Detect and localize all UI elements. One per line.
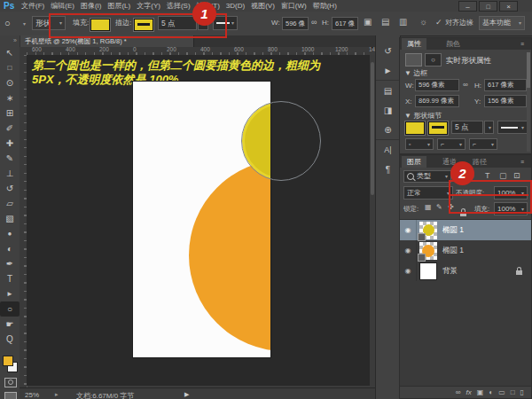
healing-brush-tool[interactable]: ✚ [0, 136, 20, 151]
blur-tool[interactable]: ● [0, 226, 20, 241]
tab-layers[interactable]: 图层 [402, 156, 426, 168]
gradient-tool[interactable]: ▧ [0, 211, 20, 226]
add-layer-mask-icon[interactable]: ▣ [477, 389, 484, 396]
prop-stroke-swatch[interactable] [428, 121, 448, 135]
path-selection-tool[interactable]: ► [0, 286, 20, 301]
collapse-toolbar-icon[interactable]: » [0, 35, 20, 43]
adjustments-panel-button[interactable]: ⊕ [376, 120, 400, 139]
prop-h-field[interactable]: 617 像素 [484, 79, 527, 91]
clone-stamp-tool[interactable]: ⊥ [0, 166, 20, 181]
zoom-tool[interactable]: Q [0, 332, 20, 347]
layer-name[interactable]: 椭圆 1 [442, 246, 464, 256]
lock-transparent-icon[interactable]: ▦ [425, 204, 432, 211]
quick-selection-tool[interactable]: ∗ [0, 90, 20, 106]
align-edges-label[interactable]: 对齐边缘 [445, 20, 473, 27]
panel-menu-icon[interactable]: ≡ [520, 41, 524, 47]
layer-name[interactable]: 椭圆 1 [442, 225, 464, 236]
maximize-button[interactable]: □ [479, 1, 497, 12]
menu-view[interactable]: 视图(V) [251, 3, 275, 10]
brush-tool[interactable]: ✎ [0, 151, 20, 166]
prop-stroke-width-dropdown[interactable]: ▾ [484, 121, 494, 134]
menu-3d[interactable]: 3D(D) [226, 3, 245, 10]
hand-tool[interactable]: ☛ [0, 317, 20, 332]
menu-type[interactable]: 文字(Y) [137, 3, 160, 10]
foreground-color-swatch[interactable] [3, 356, 13, 366]
properties-scrollbar[interactable] [527, 52, 530, 152]
link-layers-icon[interactable]: ∞ [456, 389, 461, 396]
prop-w-field[interactable]: 596 像素 [415, 79, 459, 91]
layer-row-ellipse1-copy[interactable]: ◉ 椭圆 1 [400, 220, 531, 240]
path-alignment-icon[interactable]: ▤ [381, 18, 389, 27]
prop-link-icon[interactable]: ∞ [463, 82, 468, 89]
layer-thumbnail[interactable] [419, 242, 437, 260]
layer-thumbnail[interactable] [419, 222, 437, 239]
move-tool[interactable]: ↖ [0, 45, 20, 60]
menu-edit[interactable]: 编辑(E) [51, 3, 74, 10]
layer-name[interactable]: 背景 [442, 266, 458, 277]
prop-y-field[interactable]: 156 像素 [484, 95, 527, 107]
layer-thumbnail[interactable] [419, 262, 437, 280]
actions-panel-button[interactable]: ► [376, 60, 400, 80]
screen-mode-icon[interactable] [4, 392, 17, 399]
tool-preset-button[interactable]: ○ ▾ [4, 16, 26, 30]
smart-filter-icon[interactable]: ⊡ [513, 172, 520, 180]
type-filter-icon[interactable]: T [485, 172, 490, 180]
section-shape-details-header[interactable]: ▼ 形状细节 [404, 111, 442, 121]
status-play-icon[interactable]: ▶ [184, 391, 189, 398]
visibility-eye-icon[interactable]: ◉ [400, 268, 416, 275]
scrollbar-thumb[interactable] [371, 62, 374, 195]
paragraph-panel-button[interactable]: ¶ [376, 160, 400, 179]
quick-mask-icon[interactable] [4, 378, 17, 387]
layer-row-background[interactable]: ◉ 背景 [400, 261, 531, 281]
workspace-switcher[interactable]: 基本功能▾ [479, 16, 525, 30]
zoom-level[interactable]: 25% [25, 391, 39, 399]
layer-filter-select[interactable]: 类型▾ [403, 170, 451, 183]
layer-style-icon[interactable]: fx [466, 389, 472, 396]
menu-file[interactable]: 文件(F) [21, 3, 44, 10]
minimize-button[interactable]: – [458, 1, 477, 12]
ellipse-tool[interactable]: ○ [0, 301, 20, 317]
history-brush-tool[interactable]: ↺ [0, 181, 20, 196]
menu-image[interactable]: 图像(I) [81, 3, 102, 10]
crop-tool[interactable]: ⊞ [0, 106, 20, 121]
shape-filter-icon[interactable]: ▢ [499, 172, 507, 180]
close-button[interactable]: × [499, 1, 518, 12]
visibility-eye-icon[interactable]: ◉ [400, 227, 416, 234]
eyedropper-tool[interactable]: ✐ [0, 121, 20, 136]
panel-menu-icon[interactable]: ≡ [520, 159, 524, 165]
tab-properties[interactable]: 属性 [402, 38, 426, 50]
character-panel-button[interactable]: A| [376, 139, 400, 160]
menu-layer[interactable]: 图层(L) [107, 3, 130, 10]
width-field[interactable]: 596 像 [282, 17, 309, 30]
delete-layer-icon[interactable]: ▯ [520, 389, 524, 396]
section-bounds-header[interactable]: ▼ 边框 [404, 68, 427, 78]
height-field[interactable]: 617 像 [332, 17, 358, 30]
blend-mode-select[interactable]: 正常▾ [403, 186, 453, 200]
stroke-corner-dropdown[interactable]: ⌐▾ [469, 138, 497, 150]
type-tool[interactable]: T [0, 271, 20, 286]
path-arrangement-icon[interactable]: ▥ [399, 18, 407, 27]
eraser-tool[interactable]: ▱ [0, 196, 20, 211]
layer-row-ellipse1[interactable]: ◉ 椭圆 1 [400, 240, 531, 261]
stroke-align-dropdown[interactable]: ▫▾ [405, 138, 434, 150]
tab-color[interactable]: 颜色 [441, 38, 466, 50]
clone-source-panel-button[interactable]: ◨ [376, 100, 400, 120]
prop-x-field[interactable]: 869.99 像素 [415, 95, 459, 107]
lasso-tool[interactable]: ⊙ [0, 75, 20, 90]
orange-circle-shape[interactable] [189, 160, 270, 351]
canvas-pasteboard[interactable]: 第二个圆也是一样的，但第二个圆要描黄色的边，粗细为 5PX，不透明度依然是 10… [27, 55, 370, 386]
visibility-eye-icon[interactable]: ◉ [400, 247, 416, 254]
link-dimensions-icon[interactable]: ∞ [311, 19, 317, 27]
history-panel-button[interactable]: ↺ [376, 41, 400, 60]
lock-pixels-icon[interactable]: ✎ [436, 204, 442, 211]
gear-icon[interactable]: ☼ [419, 18, 427, 27]
dodge-tool[interactable]: ◐ [0, 241, 20, 256]
menu-help[interactable]: 帮助(H) [313, 3, 337, 10]
menu-window[interactable]: 窗口(W) [281, 3, 307, 10]
prop-fill-swatch[interactable] [405, 121, 425, 135]
path-operations-icon[interactable]: ▣ [364, 18, 372, 27]
stroke-cap-dropdown[interactable]: ⌐▾ [437, 138, 466, 150]
checkmark-icon[interactable]: ✓ [435, 19, 442, 27]
menu-select[interactable]: 选择(S) [167, 3, 191, 10]
new-adjustment-layer-icon[interactable]: ◐ [489, 389, 493, 396]
